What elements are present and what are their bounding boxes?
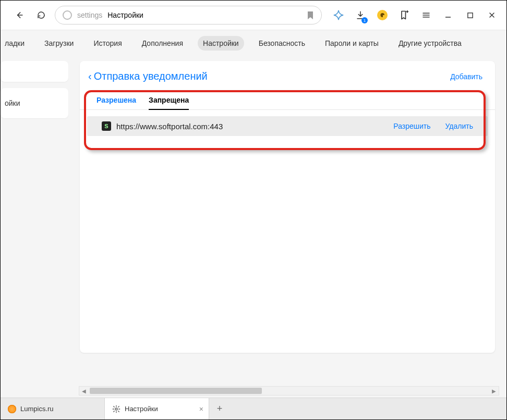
minimize-icon [444,11,452,19]
panel-back[interactable]: ‹ Отправка уведомлений [88,70,208,82]
scroll-left-icon[interactable]: ◀ [79,388,89,394]
address-scheme: settings [77,11,102,19]
nav-item-settings[interactable]: Настройки [198,36,244,51]
back-button[interactable] [11,7,28,23]
hamburger-icon [421,10,431,20]
download-badge: 1 [361,17,368,23]
zen-button[interactable] [331,7,346,23]
gear-icon [112,405,120,413]
nav-item-history[interactable]: История [88,36,127,51]
downloads-button[interactable]: 1 [353,7,368,23]
chevron-left-icon: ‹ [88,70,92,82]
nav-item-addons[interactable]: Дополнения [137,36,188,51]
address-bar[interactable]: settings Настройки [55,6,322,24]
arrow-left-icon [14,10,25,20]
allow-link[interactable]: Разрешить [393,122,430,130]
sidebar-card-settings[interactable]: ойки [1,88,68,118]
tab-allowed[interactable]: Разрешена [96,96,136,109]
scroll-right-icon[interactable]: ▶ [489,388,499,394]
window-close-button[interactable] [485,7,499,23]
sidebar-item-label: ойки [5,99,20,107]
nav-item-passwords[interactable]: Пароли и карты [320,36,384,51]
tab-label: Lumpics.ru [20,405,54,413]
menu-button[interactable] [419,7,433,23]
permission-tabs: Разрешена Запрещена [80,96,495,110]
bookmarks-button[interactable] [397,7,412,23]
nav-item-bookmarks[interactable]: ладки [0,36,30,51]
delete-link[interactable]: Удалить [445,122,473,130]
tab-settings[interactable]: Настройки × [105,398,209,419]
close-icon [488,11,496,19]
site-favicon: S [102,121,111,131]
extension-icon [377,10,388,20]
tab-denied[interactable]: Запрещена [149,96,189,109]
panel-title: Отправка уведомлений [94,70,208,82]
nav-item-devices[interactable]: Другие устройства [393,36,467,51]
nav-item-security[interactable]: Безопасность [254,36,310,51]
address-title: Настройки [107,11,143,19]
bookmark-icon[interactable] [307,11,314,20]
svg-rect-0 [467,13,472,17]
sidebar-card[interactable] [1,61,68,82]
window-minimize-button[interactable] [441,7,455,23]
tab-close-button[interactable]: × [199,405,203,413]
extension-button[interactable] [375,7,390,23]
settings-nav: ладки Загрузки История Дополнения Настро… [1,30,506,56]
reload-icon [37,10,46,20]
notifications-panel: ‹ Отправка уведомлений Добавить Разрешен… [80,61,495,353]
site-row: S https://www.softportal.com:443 Разреши… [87,116,488,136]
scrollbar-thumb[interactable] [90,388,262,394]
tab-lumpics[interactable]: Lumpics.ru [1,398,105,419]
nav-item-downloads[interactable]: Загрузки [39,36,79,51]
sidebar: ойки [1,56,68,398]
add-button[interactable]: Добавить [450,72,482,81]
panel-header: ‹ Отправка уведомлений Добавить [80,61,495,84]
new-tab-button[interactable]: + [209,398,230,419]
window-maximize-button[interactable] [463,7,477,23]
plus-icon: + [217,403,223,414]
tab-label: Настройки [125,405,158,413]
workspace: ойки ‹ Отправка уведомлений Добавить Раз… [1,56,506,398]
site-identity-icon [63,10,72,20]
maximize-icon [467,12,474,19]
browser-toolbar: settings Настройки 1 [1,1,506,30]
svg-point-1 [115,408,117,410]
horizontal-scrollbar[interactable]: ◀ ▶ [79,386,499,396]
content: ‹ Отправка уведомлений Добавить Разрешен… [68,56,506,398]
zen-icon [333,9,344,21]
tab-strip: Lumpics.ru Настройки × + [1,398,506,419]
reload-button[interactable] [33,7,50,23]
toolbar-right: 1 [331,7,499,23]
bookmark-plus-icon [399,10,409,20]
lumpics-favicon [8,405,16,413]
site-url: https://www.softportal.com:443 [116,122,379,131]
